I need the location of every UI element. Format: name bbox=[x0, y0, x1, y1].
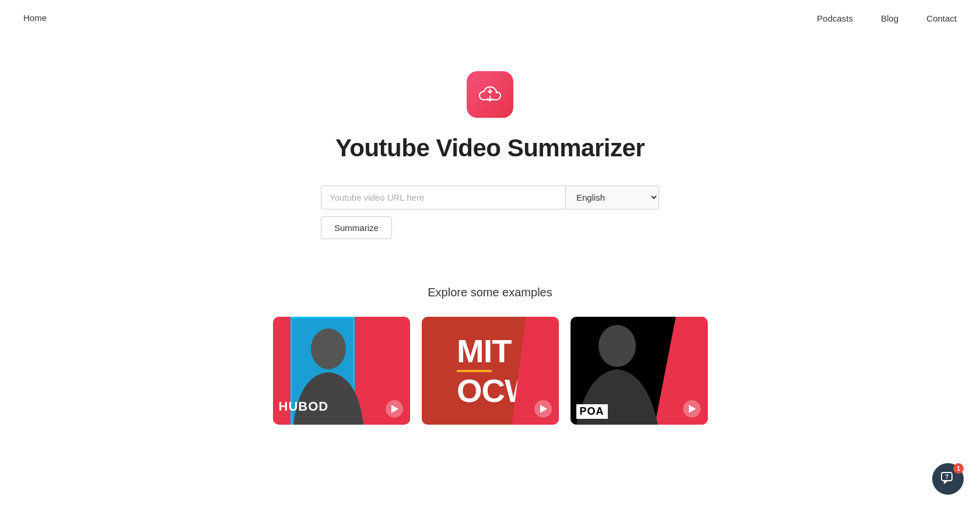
card-3-inner: POA bbox=[570, 317, 708, 425]
cards-row: HUBOD MIT OCW bbox=[0, 317, 980, 425]
page-title: Youtube Video Summarizer bbox=[335, 134, 645, 162]
chat-widget[interactable]: ? 1 bbox=[932, 463, 964, 495]
youtube-url-input[interactable] bbox=[321, 186, 566, 209]
hero-section: Youtube Video Summarizer English Spanish… bbox=[0, 36, 980, 448]
card-1-label: HUBOD bbox=[279, 399, 329, 414]
card-1-inner: HUBOD bbox=[273, 317, 410, 425]
card-2-divider bbox=[457, 370, 492, 372]
card-2-mit-text: MIT bbox=[457, 335, 511, 368]
card-3-label: POA bbox=[576, 404, 608, 419]
chat-badge-count: 1 bbox=[953, 463, 964, 474]
main-nav: Home Podcasts Blog Contact bbox=[0, 0, 980, 36]
card-3-play-button[interactable] bbox=[683, 400, 701, 418]
nav-podcasts-link[interactable]: Podcasts bbox=[817, 13, 853, 23]
nav-right: Podcasts Blog Contact bbox=[817, 13, 957, 23]
example-card-1[interactable]: HUBOD bbox=[273, 317, 410, 425]
chat-question-icon: ? bbox=[940, 471, 956, 487]
input-row: English Spanish French German Portuguese… bbox=[321, 186, 659, 209]
nav-left: Home bbox=[23, 13, 47, 23]
nav-contact-link[interactable]: Contact bbox=[926, 13, 957, 23]
examples-title: Explore some examples bbox=[428, 286, 552, 299]
svg-point-1 bbox=[311, 328, 346, 369]
language-select[interactable]: English Spanish French German Portuguese… bbox=[566, 186, 659, 209]
cloud-upload-download-icon bbox=[477, 81, 503, 108]
card-2-inner: MIT OCW bbox=[422, 317, 559, 425]
search-form: English Spanish French German Portuguese… bbox=[321, 186, 659, 239]
svg-point-2 bbox=[598, 325, 636, 367]
app-icon bbox=[467, 71, 513, 118]
example-card-3[interactable]: POA bbox=[570, 317, 708, 425]
card-2-play-button[interactable] bbox=[534, 400, 552, 418]
card-1-play-button[interactable] bbox=[386, 400, 403, 418]
examples-section: Explore some examples HUBOD bbox=[0, 286, 980, 425]
example-card-2[interactable]: MIT OCW bbox=[422, 317, 559, 425]
nav-blog-link[interactable]: Blog bbox=[881, 13, 898, 23]
svg-text:?: ? bbox=[945, 474, 949, 480]
summarize-button[interactable]: Summarize bbox=[321, 216, 392, 239]
nav-home-link[interactable]: Home bbox=[23, 13, 47, 23]
